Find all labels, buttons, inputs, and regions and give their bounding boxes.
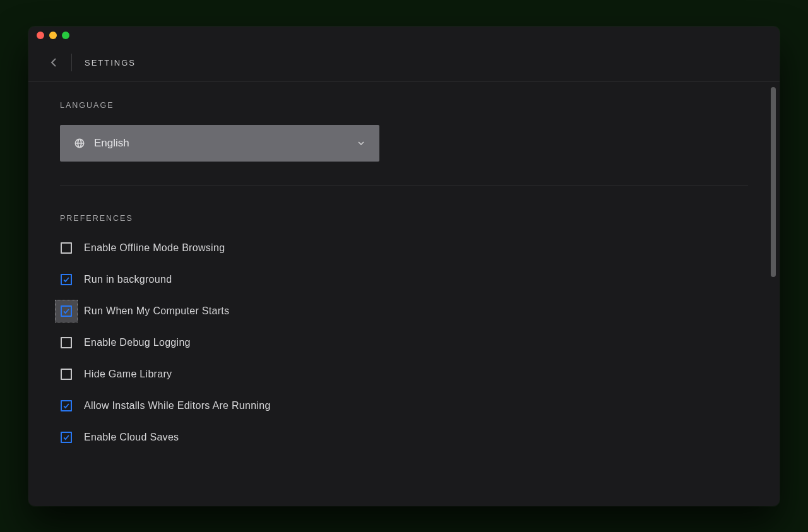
preference-checkbox[interactable] [61,337,72,348]
language-select[interactable]: English [60,125,379,162]
preference-checkbox[interactable] [61,242,72,254]
preference-label[interactable]: Hide Game Library [84,369,172,380]
preference-label[interactable]: Run When My Computer Starts [84,305,229,317]
preference-checkbox-wrap[interactable] [55,300,78,322]
language-selected-value: English [94,137,357,150]
preference-row: Enable Cloud Saves [60,431,748,444]
preference-checkbox[interactable] [61,432,72,443]
preference-label[interactable]: Enable Debug Logging [84,337,191,348]
preference-label[interactable]: Run in background [84,274,172,285]
back-button[interactable] [46,55,61,70]
preference-row: Hide Game Library [60,368,748,381]
preference-checkbox-wrap[interactable] [60,399,73,412]
page-title: SETTINGS [85,58,136,68]
content-scroll: LANGUAGE English PREFERENCES Enable Offl… [28,82,780,506]
preference-row: Allow Installs While Editors Are Running [60,399,748,412]
preference-row: Enable Offline Mode Browsing [60,242,748,254]
titlebar [28,27,780,44]
preference-checkbox[interactable] [61,305,72,317]
preference-checkbox-wrap[interactable] [60,273,73,286]
preference-checkbox-wrap[interactable] [60,242,73,254]
preference-checkbox[interactable] [61,400,72,411]
window-maximize-button[interactable] [62,32,69,39]
header-divider [71,54,72,71]
preferences-heading: PREFERENCES [60,214,748,223]
preference-row: Enable Debug Logging [60,336,748,349]
preference-checkbox-wrap[interactable] [60,368,73,381]
check-icon [62,434,70,441]
scrollbar-thumb[interactable] [771,87,776,278]
check-icon [62,307,70,315]
preference-row: Run in background [60,273,748,286]
header-bar: SETTINGS [28,44,780,82]
preference-row: Run When My Computer Starts [60,305,748,317]
content: LANGUAGE English PREFERENCES Enable Offl… [28,82,780,463]
preference-label[interactable]: Enable Cloud Saves [84,432,179,443]
preference-checkbox-wrap[interactable] [60,336,73,349]
scrollbar-track[interactable] [771,87,776,501]
preference-checkbox[interactable] [61,369,72,380]
language-heading: LANGUAGE [60,101,748,110]
preference-checkbox[interactable] [61,274,72,285]
globe-icon [74,138,85,149]
preference-label[interactable]: Allow Installs While Editors Are Running [84,400,271,411]
check-icon [62,402,70,410]
chevron-left-icon [50,57,57,68]
preference-checkbox-wrap[interactable] [60,431,73,444]
preference-label[interactable]: Enable Offline Mode Browsing [84,242,225,254]
chevron-down-icon [357,139,365,148]
window-minimize-button[interactable] [49,32,57,39]
preferences-list: Enable Offline Mode BrowsingRun in backg… [60,242,748,444]
check-icon [62,276,70,283]
section-divider [60,186,748,186]
app-window: SETTINGS LANGUAGE English PREFERENCES En… [28,27,780,506]
window-close-button[interactable] [37,32,44,39]
